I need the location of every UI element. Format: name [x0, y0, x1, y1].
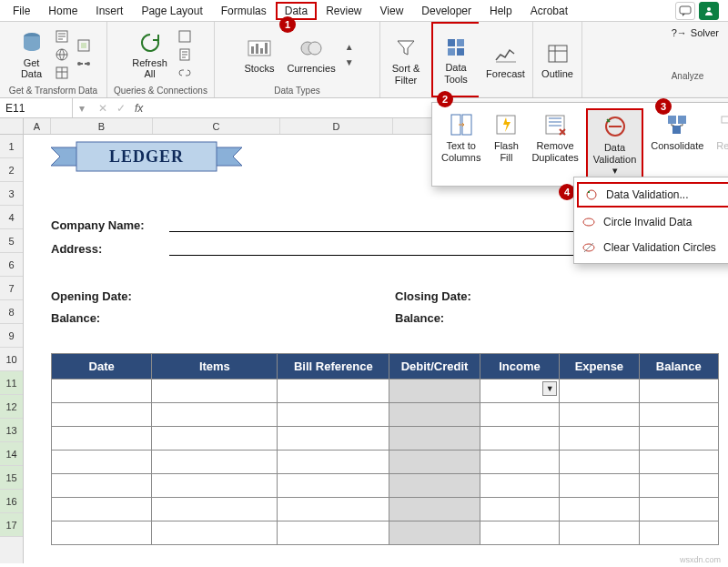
menu-help[interactable]: Help [480, 2, 521, 20]
cell[interactable] [560, 474, 639, 498]
cell[interactable] [52, 380, 152, 403]
menu-home[interactable]: Home [39, 2, 86, 20]
cell[interactable] [152, 380, 278, 403]
cell[interactable] [52, 403, 152, 427]
cell[interactable] [480, 498, 559, 521]
row-10[interactable]: 10 [0, 348, 23, 371]
cell[interactable] [389, 403, 480, 427]
consolidate-button[interactable]: Consolidate [645, 108, 709, 156]
from-text-icon[interactable] [54, 28, 70, 45]
properties-icon[interactable] [177, 46, 193, 63]
cell[interactable] [278, 403, 389, 427]
cell[interactable] [389, 521, 480, 545]
cell[interactable] [152, 521, 278, 545]
row-17[interactable]: 17 [0, 513, 23, 537]
cell[interactable] [389, 451, 480, 474]
cancel-icon[interactable]: ✕ [98, 102, 107, 115]
refresh-all-button[interactable]: Refresh All [128, 28, 171, 81]
col-C[interactable]: C [153, 118, 280, 134]
submenu-data-validation[interactable]: Data Validation... [577, 182, 728, 208]
cell[interactable] [560, 451, 639, 474]
cell[interactable] [152, 498, 278, 521]
cell[interactable] [389, 498, 480, 521]
cell[interactable] [480, 451, 559, 474]
cell[interactable] [560, 380, 639, 403]
cell[interactable] [639, 427, 718, 451]
enter-icon[interactable]: ✓ [116, 102, 126, 115]
row-7[interactable]: 7 [0, 277, 23, 300]
cell[interactable] [639, 451, 718, 474]
cell[interactable] [389, 380, 480, 403]
col-D[interactable]: D [280, 118, 393, 134]
recent-sources-icon[interactable] [76, 37, 92, 54]
menu-file[interactable]: File [4, 2, 39, 20]
text-to-columns-button[interactable]: Text to Columns [436, 108, 486, 167]
from-table-icon[interactable] [54, 65, 70, 81]
outline-button[interactable]: Outline [538, 39, 577, 81]
row-2[interactable]: 2 [0, 158, 23, 182]
select-all-cell[interactable] [0, 118, 24, 134]
prev-type-icon[interactable]: ▲ [345, 42, 354, 52]
cell[interactable] [480, 521, 559, 545]
cell[interactable] [480, 427, 559, 451]
cell[interactable] [278, 521, 389, 545]
cell[interactable] [639, 498, 718, 521]
cell[interactable] [480, 474, 559, 498]
cell[interactable] [639, 474, 718, 498]
row-13[interactable]: 13 [0, 419, 23, 442]
row-8[interactable]: 8 [0, 300, 23, 324]
existing-conn-icon[interactable] [76, 56, 92, 72]
remove-duplicates-button[interactable]: Remove Duplicates [526, 108, 583, 167]
stocks-button[interactable]: Stocks [240, 34, 278, 76]
menu-data[interactable]: Data [276, 2, 317, 20]
row-1[interactable]: 1 [0, 135, 23, 158]
forecast-button[interactable]: Forecast [482, 39, 529, 81]
flash-fill-button[interactable]: Flash Fill [488, 108, 524, 167]
cell[interactable] [480, 403, 559, 427]
row-15[interactable]: 15 [0, 466, 23, 490]
dropdown-arrow-icon[interactable]: ▼ [542, 381, 557, 396]
cell[interactable] [152, 474, 278, 498]
cell[interactable] [152, 403, 278, 427]
cell[interactable] [560, 521, 639, 545]
cell[interactable] [560, 403, 639, 427]
menu-view[interactable]: View [371, 2, 413, 20]
row-3[interactable]: 3 [0, 182, 23, 206]
row-9[interactable]: 9 [0, 324, 23, 348]
name-box[interactable]: E11 [0, 98, 73, 117]
sort-filter-button[interactable]: Sort & Filter [389, 34, 424, 86]
row-5[interactable]: 5 [0, 229, 23, 253]
data-tools-button[interactable]: Data Tools [440, 33, 472, 86]
row-14[interactable]: 14 [0, 442, 23, 466]
cell[interactable] [389, 427, 480, 451]
cell[interactable] [52, 521, 152, 545]
row-16[interactable]: 16 [0, 490, 23, 513]
col-B[interactable]: B [51, 118, 153, 134]
edit-links-icon[interactable] [177, 65, 193, 81]
cell[interactable] [52, 427, 152, 451]
fx-label[interactable]: fx [135, 102, 143, 115]
cell[interactable]: ▼ [480, 380, 559, 403]
cell[interactable] [639, 403, 718, 427]
cell[interactable] [560, 498, 639, 521]
cell[interactable] [278, 380, 389, 403]
cell[interactable] [278, 451, 389, 474]
cell[interactable] [278, 427, 389, 451]
next-type-icon[interactable]: ▼ [345, 57, 354, 67]
col-A[interactable]: A [24, 118, 51, 134]
cell[interactable] [639, 380, 718, 403]
cell[interactable] [639, 521, 718, 545]
cell[interactable] [278, 474, 389, 498]
cell[interactable] [278, 498, 389, 521]
cell[interactable] [52, 451, 152, 474]
submenu-circle-invalid[interactable]: Circle Invalid Data [574, 209, 728, 235]
comments-button[interactable] [675, 2, 695, 20]
data-validation-button[interactable]: Data Validation ▾ [586, 108, 644, 182]
cell[interactable] [152, 451, 278, 474]
name-box-dropdown-icon[interactable]: ▾ [73, 102, 91, 115]
menu-formulas[interactable]: Formulas [212, 2, 276, 20]
cell[interactable] [52, 498, 152, 521]
menu-insert[interactable]: Insert [86, 2, 132, 20]
row-4[interactable]: 4 [0, 206, 23, 229]
row-6[interactable]: 6 [0, 253, 23, 277]
